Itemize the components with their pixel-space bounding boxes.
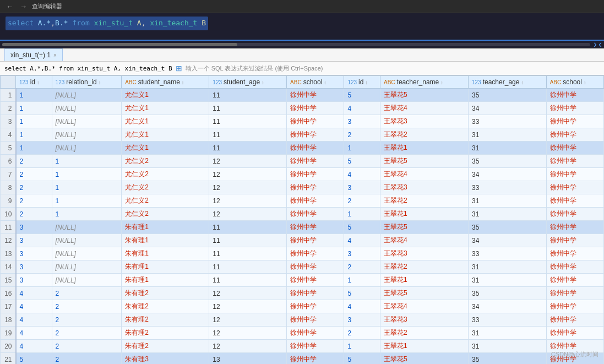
cell-student-name: 朱有理2 — [122, 313, 209, 327]
cell-teacher-age: 33 — [469, 115, 547, 128]
cell-teacher-name: 王翠花4 — [380, 102, 469, 115]
col-header-id-tea[interactable]: 123id↕ — [344, 76, 380, 89]
cell-teacher-age: 31 — [469, 208, 547, 221]
cell-tid: 5 — [344, 353, 380, 365]
cell-teacher-age: 31 — [469, 128, 547, 142]
cell-student-age: 13 — [209, 353, 287, 365]
nav-forward-btn[interactable]: → — [18, 2, 29, 10]
col-header-student-name[interactable]: ABCstudent_name↕ — [122, 76, 209, 89]
editor-title: 查询编辑器 — [32, 2, 62, 10]
cell-id: 4 — [16, 287, 52, 300]
table-row[interactable]: 21 5 2 朱有理3 13 徐州中学 5 王翠花5 35 徐州中学 — [1, 353, 604, 365]
table-row[interactable]: 18 4 2 朱有理2 12 徐州中学 3 王翠花3 33 徐州中学 — [1, 313, 604, 327]
cell-tid: 3 — [344, 115, 380, 128]
cell-student-name: 尤仁义2 — [122, 168, 209, 181]
cell-school-stu: 徐州中学 — [287, 155, 344, 168]
cell-school-tea: 徐州中学 — [546, 181, 603, 194]
cell-student-age: 11 — [209, 128, 287, 142]
scroll-left-btn[interactable]: ‹ — [598, 39, 602, 50]
cell-student-name: 尤仁义2 — [122, 208, 209, 221]
data-table-wrapper[interactable]: 123id↕ 123relation_id↕ ABCstudent_name↕ … — [0, 75, 604, 364]
filter-hint: 输入一个 SQL 表达式来过滤结果 (使用 Ctrl+Space) — [186, 64, 323, 73]
cell-tid: 2 — [344, 260, 380, 274]
cell-student-age: 11 — [209, 115, 287, 128]
table-row[interactable]: 1 1 [NULL] 尤仁义1 11 徐州中学 5 王翠花5 35 徐州中学 — [1, 89, 604, 102]
row-number: 20 — [1, 340, 16, 353]
result-table: 123id↕ 123relation_id↕ ABCstudent_name↕ … — [0, 75, 604, 364]
cell-tid: 1 — [344, 142, 380, 155]
table-row[interactable]: 11 3 [NULL] 朱有理1 11 徐州中学 5 王翠花5 35 徐州中学 — [1, 221, 604, 234]
cell-student-name: 朱有理2 — [122, 340, 209, 353]
h-scrollbar[interactable]: › ‹ — [0, 41, 604, 48]
cell-teacher-name: 王翠花1 — [380, 142, 469, 155]
cell-school-stu: 徐州中学 — [287, 181, 344, 194]
nav-back-btn[interactable]: ← — [4, 2, 15, 10]
table-row[interactable]: 4 1 [NULL] 尤仁义1 11 徐州中学 2 王翠花2 31 徐州中学 — [1, 128, 604, 142]
sql-editor[interactable]: select A.*,B.* from xin_stu_t A, xin_tea… — [0, 13, 604, 41]
cell-student-name: 尤仁义1 — [122, 115, 209, 128]
cell-student-name: 朱有理3 — [122, 353, 209, 365]
table-row[interactable]: 3 1 [NULL] 尤仁义1 11 徐州中学 3 王翠花3 33 徐州中学 — [1, 115, 604, 128]
cell-tid: 4 — [344, 102, 380, 115]
cell-student-name: 朱有理1 — [122, 247, 209, 260]
table-row[interactable]: 17 4 2 朱有理2 12 徐州中学 4 王翠花4 34 徐州中学 — [1, 300, 604, 313]
table-row[interactable]: 2 1 [NULL] 尤仁义1 11 徐州中学 4 王翠花4 34 徐州中学 — [1, 102, 604, 115]
cell-teacher-age: 34 — [469, 300, 547, 313]
table-row[interactable]: 5 1 [NULL] 尤仁义1 11 徐州中学 1 王翠花1 31 徐州中学 — [1, 142, 604, 155]
table-row[interactable]: 13 3 [NULL] 朱有理1 11 徐州中学 3 王翠花3 33 徐州中学 — [1, 247, 604, 260]
cell-id: 1 — [16, 115, 52, 128]
cell-school-tea: 徐州中学 — [546, 260, 603, 274]
cell-id: 4 — [16, 313, 52, 327]
cell-id: 3 — [16, 247, 52, 260]
cell-school-tea: 徐州中学 — [546, 89, 603, 102]
cell-teacher-name: 王翠花3 — [380, 115, 469, 128]
cell-student-age: 12 — [209, 313, 287, 327]
table-row[interactable]: 10 2 1 尤仁义2 12 徐州中学 1 王翠花1 31 徐州中学 — [1, 208, 604, 221]
table-row[interactable]: 7 2 1 尤仁义2 12 徐州中学 4 王翠花4 34 徐州中学 — [1, 168, 604, 181]
cell-school-stu: 徐州中学 — [287, 247, 344, 260]
tab-close-btn[interactable]: × — [53, 52, 57, 58]
table-row[interactable]: 9 2 1 尤仁义2 12 徐州中学 2 王翠花2 31 徐州中学 — [1, 194, 604, 208]
row-number: 15 — [1, 274, 16, 287]
col-header-school-tea[interactable]: ABCschool↕ — [546, 76, 603, 89]
cell-school-stu: 徐州中学 — [287, 260, 344, 274]
cell-teacher-age: 31 — [469, 194, 547, 208]
table-row[interactable]: 12 3 [NULL] 朱有理1 11 徐州中学 4 王翠花4 34 徐州中学 — [1, 234, 604, 247]
table-row[interactable]: 19 4 2 朱有理2 12 徐州中学 2 王翠花2 31 徐州中学 — [1, 327, 604, 340]
cell-relation-id: 2 — [52, 340, 122, 353]
cell-school-stu: 徐州中学 — [287, 142, 344, 155]
filter-grid-icon[interactable]: ⊞ — [176, 64, 182, 73]
cell-student-name: 朱有理1 — [122, 221, 209, 234]
table-row[interactable]: 20 4 2 朱有理2 12 徐州中学 1 王翠花1 31 徐州中学 — [1, 340, 604, 353]
cell-student-name: 朱有理2 — [122, 327, 209, 340]
col-header-relation-id[interactable]: 123relation_id↕ — [52, 76, 122, 89]
col-header-student-age[interactable]: 123student_age↕ — [209, 76, 287, 89]
cell-teacher-name: 王翠花5 — [380, 89, 469, 102]
scroll-right-btn[interactable]: › — [594, 39, 597, 50]
table-row[interactable]: 15 3 [NULL] 朱有理1 11 徐州中学 1 王翠花1 31 徐州中学 — [1, 274, 604, 287]
cell-tid: 5 — [344, 221, 380, 234]
table-row[interactable]: 16 4 2 朱有理2 12 徐州中学 5 王翠花5 35 徐州中学 — [1, 287, 604, 300]
cell-school-tea: 徐州中学 — [546, 155, 603, 168]
table-row[interactable]: 8 2 1 尤仁义2 12 徐州中学 3 王翠花3 33 徐州中学 — [1, 181, 604, 194]
cell-tid: 1 — [344, 274, 380, 287]
row-number: 5 — [1, 142, 16, 155]
result-tab[interactable]: xin_stu_t(+) 1 × — [4, 48, 63, 61]
row-number-header — [1, 76, 16, 89]
cell-school-stu: 徐州中学 — [287, 128, 344, 142]
col-header-teacher-age[interactable]: 123teacher_age↕ — [469, 76, 547, 89]
col-header-teacher-name[interactable]: ABCteacher_name↕ — [380, 76, 469, 89]
col-header-school-stu[interactable]: ABCschool↕ — [287, 76, 344, 89]
cell-school-tea: 徐州中学 — [546, 300, 603, 313]
cell-student-name: 尤仁义2 — [122, 194, 209, 208]
col-header-id-stu[interactable]: 123id↕ — [16, 76, 52, 89]
cell-relation-id: 1 — [52, 181, 122, 194]
cell-student-name: 尤仁义2 — [122, 181, 209, 194]
row-number: 3 — [1, 115, 16, 128]
cell-school-stu: 徐州中学 — [287, 234, 344, 247]
editor-bar: ← → 查询编辑器 — [0, 0, 604, 13]
table-row[interactable]: 6 2 1 尤仁义2 12 徐州中学 5 王翠花5 35 徐州中学 — [1, 155, 604, 168]
table-row[interactable]: 14 3 [NULL] 朱有理1 11 徐州中学 2 王翠花2 31 徐州中学 — [1, 260, 604, 274]
cell-school-tea: 徐州中学 — [546, 128, 603, 142]
cell-id: 4 — [16, 340, 52, 353]
